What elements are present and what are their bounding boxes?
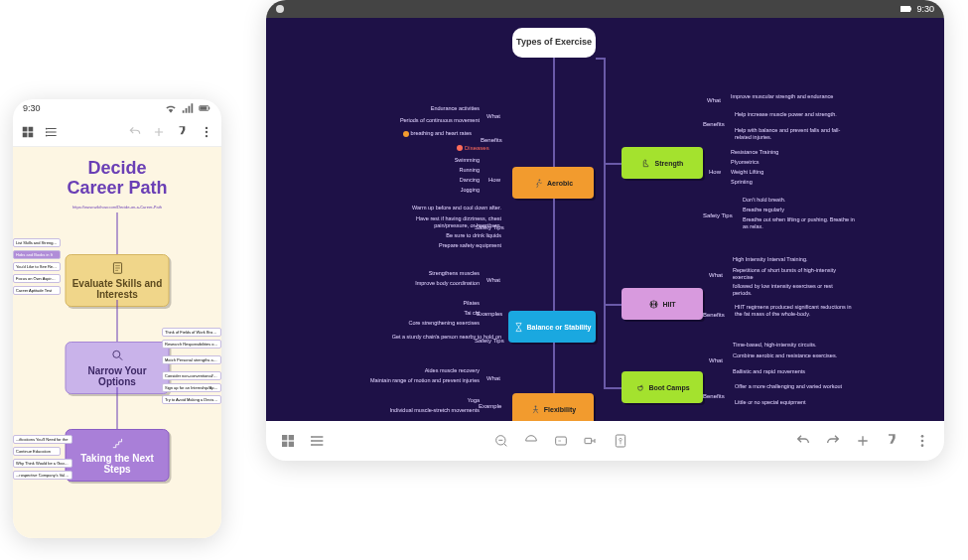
leaf[interactable]: Get a sturdy chair/a person nearby to ho… [392,334,501,341]
outline-icon[interactable] [310,433,326,449]
leaf[interactable]: Improve body coordination [415,280,480,287]
svg-rect-22 [282,442,287,447]
undo-icon[interactable] [795,433,811,449]
leaf[interactable]: Swimming [455,157,480,164]
side-chip[interactable]: Sign up for an Internship/Apprent [162,383,221,392]
leaf[interactable]: Offer a more challenging and varied work… [735,383,842,390]
node-hiit[interactable]: HIIT [622,288,703,320]
leaf[interactable]: Prepare safety equipment [439,242,501,249]
leaf[interactable]: Little or no special equipment [735,399,806,406]
side-chip[interactable]: You'd Like to See Retire [13,262,61,271]
grid-icon[interactable] [280,433,296,449]
leaf[interactable]: Ballistic and rapid movements [733,368,805,375]
leaf[interactable]: Be sure to drink liquids [446,232,501,239]
side-chip[interactable]: Consider non-conventional/Creative [162,371,221,380]
leaf[interactable]: Combine aerobic and resistance exercises… [733,352,837,359]
outline-icon[interactable] [45,125,59,139]
leaf[interactable]: breathing and heart rates [403,130,472,137]
more-icon[interactable] [200,125,213,139]
node-balance[interactable]: Balance or Stability [508,311,596,343]
leaf[interactable]: Individual muscle-stretch movements [390,407,480,414]
side-chip[interactable]: List Skills and Strengths [13,238,61,247]
group-label: Benefits [703,312,725,318]
connector-line [117,387,118,429]
side-chip[interactable]: ...rospective Company's Values on Own [13,471,72,480]
leaf[interactable]: HIIT regimens produced significant reduc… [735,304,854,318]
leaf[interactable]: Improve muscular strength and endurance [731,93,833,100]
svg-point-17 [538,179,540,181]
leaf[interactable]: Breathe out when lifting or pushing. Bre… [743,216,862,230]
grid-icon[interactable] [21,125,35,139]
topic-icon[interactable] [553,433,569,449]
tablet-time: 9:30 [916,4,934,14]
leaf[interactable]: Aides muscle recovery [425,367,480,374]
format-icon[interactable] [176,125,190,139]
side-chip[interactable]: Why Think Would be a Good Fit [13,459,72,468]
connector-line [553,343,555,393]
leaf[interactable]: Don't hold breath. [743,197,785,204]
node-bootcamps[interactable]: Boot Camps [622,371,703,403]
node-strength[interactable]: Strength [622,147,703,179]
leaf[interactable]: Dancing [460,177,480,184]
group-label: What [709,357,723,363]
group-label: What [707,97,721,103]
leaf[interactable]: Tai chi [464,310,480,317]
svg-rect-29 [585,438,592,443]
zoom-out-icon[interactable] [493,433,509,449]
leaf[interactable]: Help with balance and prevent falls and … [735,127,854,141]
leaf[interactable]: Maintain range of motion and prevent inj… [370,377,480,384]
format-icon[interactable] [885,433,900,449]
leaf[interactable]: Jogging [461,187,480,194]
side-chip[interactable]: Match Personal strengths and Potential J… [162,355,221,364]
subtopic-icon[interactable] [583,433,599,449]
tablet-mindmap-canvas[interactable]: Types of Exercise Aerobic Balance or Sta… [266,18,944,421]
leaf[interactable]: Warm up before and cool down after. [412,205,501,211]
wifi-icon [164,101,178,115]
connector-line [553,58,555,167]
redo-icon[interactable] [825,433,841,449]
phone-map-url: https://www.wikihow.com/Decide-on-a-Care… [72,205,162,210]
leaf[interactable]: Time-based, high-intensity circuits. [733,342,816,349]
leaf[interactable]: Running [460,167,481,174]
fit-icon[interactable] [523,433,539,449]
root-node[interactable]: Types of Exercise [512,28,596,58]
leaf[interactable]: followed by low intensity exercises or r… [733,283,852,297]
attach-icon[interactable] [613,433,628,449]
side-chip[interactable]: Try to Avoid Making a Decision Based on … [162,395,221,404]
leaf[interactable]: Have rest if having dizziness, chest pai… [382,215,501,229]
more-icon[interactable] [914,433,930,449]
leaf[interactable]: Weight Lifting [731,169,763,176]
tablet-device: 9:30 Types of Exercise Aerobic Balance o… [266,0,944,461]
side-chip[interactable]: ...ifications You'll Need for the [13,435,72,444]
leaf[interactable]: Help increase muscle power and strength. [735,111,837,118]
signal-icon [181,101,195,115]
side-chip[interactable]: Hobs and Books in It [13,250,61,259]
node-aerobic[interactable]: Aerobic [512,167,594,199]
node-next-steps[interactable]: Taking the Next Steps [66,429,170,482]
leaf[interactable]: Strengthens muscles [429,270,480,277]
undo-icon[interactable] [128,125,142,139]
group-label: What [486,113,500,119]
leaf[interactable]: Repetitions of short bursts of high-inte… [733,267,852,281]
leaf[interactable]: Core strengthening exercises [408,320,480,327]
side-chip[interactable]: Career Aptitude Test [13,286,61,295]
battery-icon [198,101,211,115]
leaf[interactable]: Pilates [463,300,480,307]
leaf[interactable]: Breathe regularly [743,207,784,213]
leaf[interactable]: Endurance activities [431,105,480,112]
leaf[interactable]: Sprinting [731,179,753,186]
side-chip[interactable]: Research Responsibilities of Jobs within… [162,340,221,349]
phone-map-title: Decide Career Path [67,159,167,199]
side-chip[interactable]: Continue Education [13,447,61,456]
leaf[interactable]: Plyometrics [731,159,759,166]
node-flexibility[interactable]: Flexibility [512,393,594,421]
leaf[interactable]: High Intensity Interval Training. [733,256,808,263]
side-chip[interactable]: Focus on Own Aspiration [13,274,61,283]
add-icon[interactable] [855,433,871,449]
leaf[interactable]: Yoga [468,397,480,404]
add-icon[interactable] [152,125,166,139]
leaf[interactable]: Periods of continuous movement [400,117,480,124]
side-chip[interactable]: Think of Fields of Work Broadly [162,328,221,337]
phone-mindmap-canvas[interactable]: Decide Career Path https://www.wikihow.c… [13,147,221,538]
leaf[interactable]: Resistance Training [731,149,778,156]
